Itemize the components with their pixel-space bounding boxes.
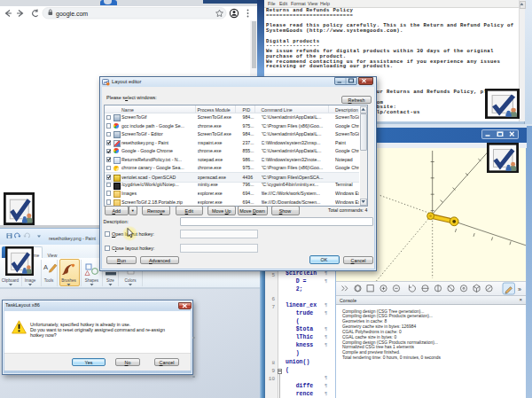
svg-text:»: » — [518, 286, 521, 293]
svg-text:A: A — [43, 263, 48, 271]
svg-text:google.com: google.com — [56, 11, 88, 18]
